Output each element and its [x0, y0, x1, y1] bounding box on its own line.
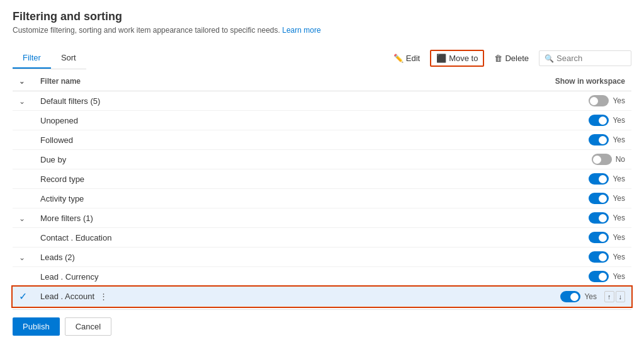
group-label: Leads (2)	[34, 248, 335, 267]
learn-more-link[interactable]: Learn more	[282, 26, 320, 35]
search-input[interactable]	[556, 54, 626, 63]
toggle-label: Yes	[613, 116, 625, 125]
toggle-label: Yes	[613, 194, 625, 203]
toggle-label: Yes	[613, 214, 625, 222]
item-toggle-cell: Yes	[335, 189, 631, 208]
search-box: 🔍	[539, 50, 631, 66]
move-to-icon: ⬛	[436, 54, 446, 63]
empty-check-cell	[13, 228, 34, 248]
group-label: More filters (1)	[34, 208, 335, 228]
edit-button[interactable]: ✏️ Edit	[388, 51, 425, 66]
item-label: Contact . Education	[34, 228, 335, 248]
toggle-switch[interactable]	[589, 193, 609, 204]
cancel-button[interactable]: Cancel	[65, 317, 111, 336]
toggle-switch[interactable]	[589, 271, 609, 282]
toggle-switch[interactable]	[589, 251, 609, 263]
tab-bar: Filter Sort	[13, 48, 86, 69]
toggle-label: Yes	[613, 233, 625, 242]
item-toggle-cell: Yes ↑ ↓	[335, 287, 631, 307]
toggle-switch[interactable]	[589, 212, 609, 224]
sort-chevron-icon[interactable]: ⌄	[19, 77, 28, 86]
selected-check-cell: ✓	[13, 287, 34, 307]
group-toggle-cell: Yes	[335, 208, 631, 228]
move-up-button[interactable]: ↑	[604, 291, 614, 302]
toggle-label: Yes	[613, 135, 625, 144]
item-label: Followed	[34, 130, 335, 150]
move-down-button[interactable]: ↓	[616, 291, 626, 302]
group-toggle-cell: Yes	[335, 248, 631, 267]
toggle-label: Yes	[584, 292, 597, 301]
empty-check-cell	[13, 169, 34, 189]
edit-icon: ✏️	[393, 54, 404, 63]
item-label: Activity type	[34, 189, 335, 208]
item-label: Lead . Account ⋮	[34, 287, 335, 307]
item-toggle-cell: Yes	[335, 111, 631, 130]
table-row: Due by No	[13, 150, 631, 169]
toolbar: ✏️ Edit ⬛ Move to 🗑 Delete 🔍	[388, 45, 631, 72]
group-label: Default filters (5)	[34, 91, 335, 111]
publish-button[interactable]: Publish	[13, 317, 60, 336]
group-chevron-cell: ⌄	[13, 91, 34, 111]
group-chevron-icon[interactable]: ⌄	[19, 97, 28, 106]
table-row: Record type Yes	[13, 169, 631, 189]
empty-check-cell	[13, 189, 34, 208]
col-filter-name: Filter name	[34, 72, 335, 91]
toggle-switch[interactable]	[589, 134, 609, 145]
toggle-label: Yes	[613, 96, 625, 105]
item-label: Due by	[34, 150, 335, 169]
table-row: Unopened Yes	[13, 111, 631, 130]
item-label: Record type	[34, 169, 335, 189]
group-chevron-icon[interactable]: ⌄	[19, 253, 28, 262]
item-toggle-cell: Yes	[335, 130, 631, 150]
tab-sort[interactable]: Sort	[51, 48, 86, 69]
col-chevron: ⌄	[13, 72, 34, 91]
table-row: ✓ Lead . Account ⋮ Yes ↑ ↓	[13, 287, 631, 307]
table-row: Activity type Yes	[13, 189, 631, 208]
item-toggle-cell: No	[335, 150, 631, 169]
delete-icon: 🗑	[494, 54, 502, 63]
checkmark-icon: ✓	[19, 291, 27, 302]
filter-table: ⌄ Filter name Show in workspace ⌄ Defaul…	[13, 72, 631, 307]
empty-check-cell	[13, 150, 34, 169]
group-row: ⌄ Leads (2) Yes	[13, 248, 631, 267]
empty-check-cell	[13, 267, 34, 287]
page-title: Filtering and sorting	[13, 10, 631, 23]
group-chevron-cell: ⌄	[13, 248, 34, 267]
toggle-switch[interactable]	[592, 154, 612, 165]
col-show-workspace: Show in workspace	[335, 72, 631, 91]
group-chevron-cell: ⌄	[13, 208, 34, 228]
table-row: Contact . Education Yes	[13, 228, 631, 248]
toggle-switch[interactable]	[589, 95, 609, 106]
toggle-switch[interactable]	[560, 291, 580, 302]
group-chevron-icon[interactable]: ⌄	[19, 214, 28, 223]
toggle-label: No	[616, 155, 625, 164]
page-subtitle: Customize filtering, sorting and work it…	[13, 26, 631, 35]
item-label: Lead . Currency	[34, 267, 335, 287]
item-toggle-cell: Yes	[335, 169, 631, 189]
item-label: Unopened	[34, 111, 335, 130]
toggle-switch[interactable]	[589, 232, 609, 243]
empty-check-cell	[13, 111, 34, 130]
toggle-label: Yes	[613, 253, 625, 261]
toggle-label: Yes	[613, 174, 625, 183]
toggle-switch[interactable]	[589, 173, 609, 185]
group-row: ⌄ Default filters (5) Yes	[13, 91, 631, 111]
tab-filter[interactable]: Filter	[13, 48, 51, 69]
item-toggle-cell: Yes	[335, 228, 631, 248]
search-icon: 🔍	[545, 54, 554, 63]
table-row: Lead . Currency Yes	[13, 267, 631, 287]
table-row: Followed Yes	[13, 130, 631, 150]
toggle-label: Yes	[613, 272, 625, 281]
item-toggle-cell: Yes	[335, 267, 631, 287]
footer: Publish Cancel	[13, 309, 631, 336]
group-toggle-cell: Yes	[335, 91, 631, 111]
move-to-button[interactable]: ⬛ Move to	[430, 50, 484, 67]
toggle-switch[interactable]	[589, 115, 609, 126]
group-row: ⌄ More filters (1) Yes	[13, 208, 631, 228]
empty-check-cell	[13, 130, 34, 150]
row-actions-menu[interactable]: ⋮	[97, 292, 110, 301]
delete-button[interactable]: 🗑 Delete	[489, 51, 534, 66]
page-container: Filtering and sorting Customize filterin…	[0, 0, 644, 346]
